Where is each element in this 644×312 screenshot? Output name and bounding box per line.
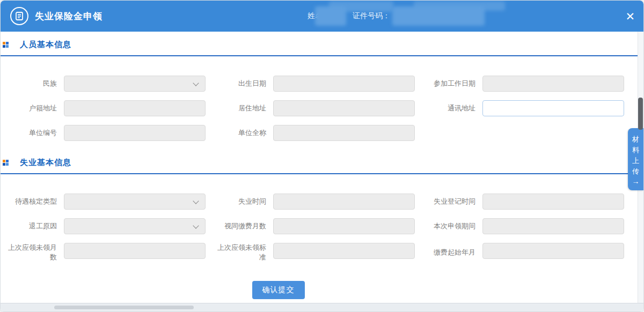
confirm-submit-button[interactable]: 确认提交 — [252, 281, 305, 299]
form-row: 单位编号 单位全称 — [3, 125, 638, 141]
field-label: 单位编号 — [3, 125, 57, 141]
form-row: 户籍地址 居住地址 通讯地址 — [3, 100, 638, 116]
section-grid-icon — [3, 42, 9, 48]
field-label: 待遇核定类型 — [3, 194, 57, 210]
field-label: 户籍地址 — [3, 100, 57, 116]
form-field: 视同缴费月数 — [213, 218, 422, 234]
form-content: 人员基本信息 民族 出生日期 参加工作日期 — [1, 32, 638, 303]
form-field: 户籍地址 — [3, 100, 213, 116]
form-field: 上次应领未领标准 — [213, 243, 422, 262]
field-label: 出生日期 — [213, 76, 266, 92]
vertical-scrollbar-thumb[interactable] — [638, 98, 643, 130]
mailing-address-input[interactable] — [482, 100, 624, 116]
form-row: 退工原因 视同缴费月数 本次申领期间 — [3, 218, 638, 234]
section-personal-info: 人员基本信息 — [1, 32, 638, 56]
field-label: 视同缴费月数 — [213, 218, 266, 234]
unemployment-claim-dialog: 失业保险金申领 姓名 证件号码： ✕ 人员基本信息 民族 — [0, 0, 644, 312]
field-label: 本次申领期间 — [422, 218, 475, 234]
benefit-type-select[interactable] — [64, 194, 206, 210]
unemployment-date-input — [273, 194, 415, 210]
unit-name-input — [273, 125, 415, 141]
document-icon — [10, 7, 28, 25]
form-row: 上次应领未领月数 上次应领未领标准 缴费起始年月 — [3, 243, 638, 262]
form-field: 退工原因 — [3, 218, 213, 234]
field-label: 单位全称 — [213, 125, 266, 141]
form-field: 居住地址 — [213, 100, 422, 116]
horizontal-scrollbar-thumb[interactable] — [54, 306, 194, 309]
submit-row: 确认提交 — [1, 270, 638, 299]
residence-address-input — [273, 100, 415, 116]
birth-date-input — [273, 76, 415, 92]
tab-label-char: 上 — [628, 155, 643, 166]
current-claim-period-input — [482, 218, 624, 234]
household-address-input — [64, 100, 206, 116]
field-label: 通讯地址 — [422, 100, 475, 116]
tab-label-char: 料 — [628, 145, 643, 155]
redacted-id-value — [392, 6, 485, 26]
page-title: 失业保险金申领 — [35, 10, 103, 23]
unemployment-register-date-input — [482, 194, 624, 210]
form-field: 待遇核定类型 — [3, 194, 213, 210]
form-field: 上次应领未领月数 — [3, 243, 213, 262]
chevron-down-icon — [193, 198, 199, 204]
section-unemployment-info: 失业基本信息 — [1, 150, 638, 174]
form-field-empty — [422, 125, 631, 141]
id-number-label: 证件号码： — [353, 11, 390, 21]
chevron-down-icon — [193, 80, 199, 86]
arrow-right-icon: → — [628, 177, 643, 185]
termination-reason-select[interactable] — [64, 218, 206, 234]
footer-strip — [1, 303, 643, 311]
work-start-date-input — [482, 76, 624, 92]
field-label: 上次应领未领标准 — [213, 243, 266, 262]
dialog-header: 失业保险金申领 姓名 证件号码： ✕ — [1, 1, 643, 32]
section-title: 失业基本信息 — [20, 158, 71, 168]
tab-label-char: 材 — [628, 134, 643, 145]
section-title: 人员基本信息 — [20, 40, 71, 50]
field-label: 退工原因 — [3, 218, 57, 234]
prev-unclaimed-standard-input — [273, 243, 415, 259]
form-field: 单位编号 — [3, 125, 213, 141]
form-field: 单位全称 — [213, 125, 422, 141]
form-field: 缴费起始年月 — [422, 243, 631, 262]
form-field: 参加工作日期 — [422, 76, 631, 92]
unemployment-info-fields: 待遇核定类型 失业时间 失业登记时间 退工原因 — [1, 174, 638, 262]
field-label: 失业登记时间 — [422, 194, 475, 210]
section-grid-icon — [3, 160, 9, 166]
material-upload-tab[interactable]: 材 料 上 传 → — [628, 128, 643, 190]
form-field: 出生日期 — [213, 76, 422, 92]
applicant-summary: 姓名 证件号码： — [308, 1, 485, 32]
personal-info-fields: 民族 出生日期 参加工作日期 户籍地址 — [1, 56, 638, 141]
deemed-contribution-months-input — [273, 218, 415, 234]
field-label: 失业时间 — [213, 194, 266, 210]
unit-code-input — [64, 125, 206, 141]
field-label: 居住地址 — [213, 100, 266, 116]
prev-unclaimed-months-input — [64, 243, 206, 259]
chevron-down-icon — [193, 222, 199, 228]
form-field: 民族 — [3, 76, 213, 92]
ethnicity-select[interactable] — [64, 76, 206, 92]
form-field: 失业登记时间 — [422, 194, 631, 210]
form-field: 通讯地址 — [422, 100, 631, 116]
form-field: 失业时间 — [213, 194, 422, 210]
contribution-start-month-input — [482, 243, 624, 259]
field-label: 缴费起始年月 — [422, 243, 475, 262]
tab-label-char: 传 — [628, 166, 643, 177]
field-label: 参加工作日期 — [422, 76, 475, 92]
field-label: 民族 — [3, 76, 57, 92]
form-field: 本次申领期间 — [422, 218, 631, 234]
close-icon[interactable]: ✕ — [625, 11, 635, 22]
form-row: 民族 出生日期 参加工作日期 — [3, 76, 638, 92]
field-label: 上次应领未领月数 — [3, 243, 57, 262]
form-row: 待遇核定类型 失业时间 失业登记时间 — [3, 194, 638, 210]
redacted-name-value — [315, 6, 346, 26]
